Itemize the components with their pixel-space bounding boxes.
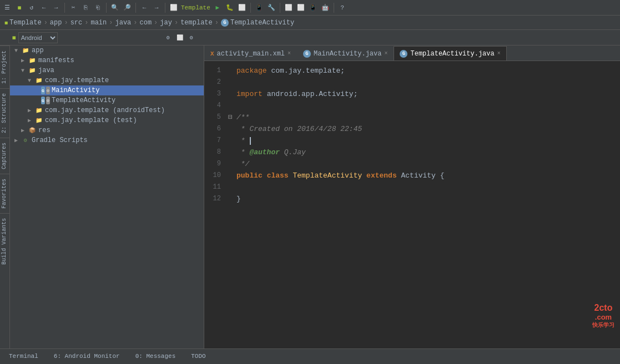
tab-close-main-activity[interactable]: ×	[384, 50, 387, 57]
tab-close-activity-main[interactable]: ×	[288, 50, 291, 57]
arrow-res[interactable]: ▶	[21, 127, 28, 134]
java-icon-template-activity: G	[400, 50, 407, 58]
code-line-9: 9 */	[204, 159, 620, 170]
sep5	[250, 3, 251, 13]
left-vtab-buildvariants[interactable]: Build Variants	[0, 213, 9, 269]
left-vtab-project[interactable]: 1: Project	[0, 46, 9, 88]
xml-icon: X	[210, 50, 214, 57]
code-line-4: 4	[204, 100, 620, 112]
tree-label-androidtest: com.jay.template (androidTest)	[45, 107, 165, 114]
bottom-tab-android-monitor[interactable]: 6: Android Monitor	[49, 352, 124, 362]
redo-icon[interactable]: →	[51, 3, 61, 13]
find-icon[interactable]: 🔎	[122, 3, 132, 13]
tab-close-template-activity[interactable]: ×	[497, 50, 501, 57]
tree-label-app: app	[32, 47, 44, 54]
bottom-tab-messages[interactable]: 0: Messages	[131, 352, 180, 362]
help-icon[interactable]: ?	[337, 3, 347, 13]
main-toolbar: ☰ ◼ ↺ ← → ✂ ⎘ ⎗ 🔍 🔎 ← → ⬜ Template ▶ 🐛 ⬜…	[0, 0, 620, 16]
collapse-icon[interactable]: ⬜	[175, 33, 185, 43]
breadcrumb-template[interactable]: ◼ Template	[4, 19, 42, 27]
avd-icon[interactable]: 📱	[254, 3, 264, 13]
breadcrumb-src[interactable]: src	[70, 19, 83, 27]
tree-item-res[interactable]: ▶ 📦 res	[10, 125, 204, 135]
search-icon[interactable]: 🔍	[110, 3, 120, 13]
sep2	[106, 3, 107, 13]
code-line-5: 5 ⊟ /**	[204, 112, 620, 124]
more-icon[interactable]: ⚙	[186, 33, 196, 43]
left-vtab-structure[interactable]: 2: Structure	[0, 88, 9, 138]
tree-item-test[interactable]: ▶ 📁 com.jay.template (test)	[10, 115, 204, 125]
folder-icon-java: 📁	[28, 66, 37, 75]
code-line-8: 8 * @author Q.Jay	[204, 147, 620, 159]
code-line-12: 12 }	[204, 194, 620, 205]
tree-item-gradle[interactable]: ▶ ⚙ Gradle Scripts	[10, 135, 204, 145]
undo-icon[interactable]: ←	[39, 3, 49, 13]
tab-template-activity-java[interactable]: G TemplateActivity.java ×	[394, 46, 506, 60]
arrow-androidtest[interactable]: ▶	[28, 107, 34, 114]
tree-item-com-jay-template[interactable]: ▼ 📁 com.jay.template	[10, 75, 204, 85]
tree-item-main-activity[interactable]: G ⊙ MainActivity	[10, 85, 204, 95]
arrow-test[interactable]: ▶	[28, 117, 34, 124]
sdk-icon[interactable]: 🔧	[266, 3, 276, 13]
android2-icon[interactable]: 🤖	[320, 3, 330, 13]
tree-item-androidtest[interactable]: ▶ 📁 com.jay.template (androidTest)	[10, 105, 204, 115]
arrow-java[interactable]: ▼	[21, 68, 28, 74]
paste-icon[interactable]: ⎗	[93, 3, 103, 13]
breadcrumb-template-pkg[interactable]: template	[180, 19, 213, 27]
breadcrumb-jay[interactable]: jay	[160, 19, 172, 27]
breadcrumb-java[interactable]: java	[115, 19, 131, 27]
left-vtab-favorites[interactable]: Favorites	[0, 174, 9, 213]
sync-tree-icon[interactable]: ⚙	[163, 33, 173, 43]
cut-icon[interactable]: ✂	[68, 3, 78, 13]
tree-item-template-activity[interactable]: G ⊙ TemplateActivity	[10, 95, 204, 105]
tree-item-manifests[interactable]: ▶ 📁 manifests	[10, 55, 204, 65]
breadcrumb-com[interactable]: com	[140, 19, 152, 27]
folder-icon-manifests: 📁	[28, 56, 37, 65]
copy-icon[interactable]: ⎘	[80, 3, 90, 13]
tree-label-gradle: Gradle Scripts	[32, 136, 88, 144]
editor-tabs: X activity_main.xml × G MainActivity.jav…	[204, 46, 620, 61]
analyze-icon[interactable]: ⬜	[284, 3, 294, 13]
tree-item-app[interactable]: ▼ 📁 app	[10, 46, 204, 55]
menu-icon[interactable]: ☰	[2, 3, 12, 13]
run-config-icon[interactable]: ⬜	[169, 3, 179, 13]
class-icon: G	[221, 19, 229, 27]
view-dropdown[interactable]: Android Project Packages	[18, 32, 58, 43]
forward-icon[interactable]: →	[152, 3, 162, 13]
folder-icon-test: 📁	[34, 116, 43, 125]
gradle-icon[interactable]: ⬜	[296, 3, 306, 13]
run-config-label[interactable]: Template	[181, 4, 210, 11]
tab-main-activity-java[interactable]: G MainActivity.java ×	[297, 46, 394, 60]
sync-icon[interactable]: ↺	[27, 3, 37, 13]
sep1	[64, 3, 65, 13]
tab-activity-main-xml[interactable]: X activity_main.xml ×	[204, 46, 297, 60]
breadcrumb: ◼ Template › app › src › main › java › c…	[0, 16, 620, 30]
code-line-2: 2	[204, 77, 620, 89]
sep3	[135, 3, 136, 13]
tree-label-template-activity: TemplateActivity	[52, 97, 115, 104]
arrow-manifests[interactable]: ▶	[21, 57, 28, 64]
coverage-button[interactable]: ⬜	[237, 3, 247, 13]
arrow-template-activity	[34, 98, 41, 104]
breadcrumb-template-activity[interactable]: G TemplateActivity	[221, 19, 294, 27]
watermark: 2cto .com 快乐学习	[592, 303, 614, 329]
folder-icon-androidtest: 📁	[34, 106, 43, 115]
run-button[interactable]: ▶	[213, 3, 223, 13]
bottom-tab-terminal[interactable]: Terminal	[4, 352, 43, 362]
code-editor[interactable]: X activity_main.xml × G MainActivity.jav…	[204, 46, 620, 348]
arrow-app[interactable]: ▼	[14, 48, 21, 54]
arrow-com-jay-template[interactable]: ▼	[28, 78, 34, 84]
project-icon[interactable]: ◼	[14, 3, 24, 13]
left-vtab-captures[interactable]: Captures	[0, 138, 9, 174]
device-icon[interactable]: 📱	[308, 3, 318, 13]
breadcrumb-app[interactable]: app	[50, 19, 62, 27]
back-icon[interactable]: ←	[139, 3, 149, 13]
java-icon-main-activity: G	[303, 50, 311, 58]
tree-item-java[interactable]: ▼ 📁 java	[10, 65, 204, 75]
debug-button[interactable]: 🐛	[225, 3, 235, 13]
bottom-tab-todo[interactable]: TODO	[186, 352, 210, 362]
tree-label-main-activity: MainActivity	[52, 87, 99, 94]
code-line-11: 11	[204, 182, 620, 194]
breadcrumb-main[interactable]: main	[90, 19, 107, 27]
arrow-gradle[interactable]: ▶	[14, 137, 21, 144]
